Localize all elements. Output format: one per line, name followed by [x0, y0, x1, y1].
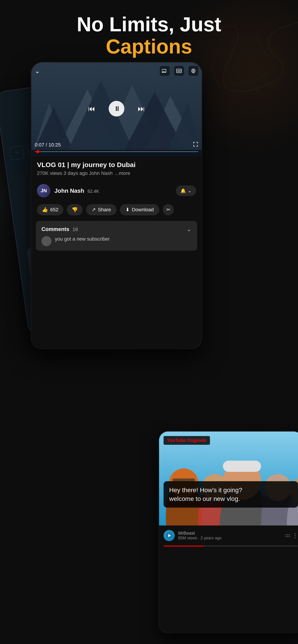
video-time: 0:07 / 10:25 [35, 142, 61, 148]
video-top-bar: ⌄ [35, 66, 198, 76]
more-link[interactable]: ...more [115, 170, 130, 176]
channel-avatar[interactable]: JN [37, 184, 50, 198]
comment-row: you got a new subscriber [42, 236, 192, 246]
download-icon: ⬇ [125, 207, 129, 213]
svg-point-16 [193, 70, 194, 72]
comment-text: you got a new subscriber [55, 236, 110, 242]
caption-line2: welcome to our new vlog. [169, 494, 292, 503]
notify-button[interactable]: 🔔 ⌄ [176, 185, 196, 196]
video-bottom-bar: 0:07 / 10:25 [35, 142, 198, 153]
front-channel-info: MrBeast 85M views · 2 years ago [178, 531, 282, 540]
like-count: 652 [50, 207, 59, 213]
main-phone: ⌄ [31, 62, 202, 349]
header-section: No Limits, Just Captions [0, 14, 298, 58]
like-button[interactable]: 👍 652 [37, 204, 63, 215]
bell-icon: 🔔 [180, 188, 186, 194]
channel-row: JN John Nash 62.4K 🔔 ⌄ [31, 181, 202, 201]
front-progress-fill [164, 546, 204, 546]
video-player: ⌄ [31, 62, 202, 156]
comments-title-group: Comments 18 [42, 226, 78, 232]
comments-expand-icon[interactable]: ⌄ [186, 226, 192, 233]
scissors-icon: ✂ [166, 207, 170, 213]
comments-section: Comments 18 ⌄ you got a new subscriber [36, 221, 197, 251]
settings-icon[interactable] [188, 66, 198, 76]
video-progress-bar[interactable] [35, 151, 198, 152]
share-button[interactable]: ↗ Share [86, 204, 117, 215]
video-controls: ⌄ [31, 62, 202, 156]
draw-icon-1: ✎ [9, 145, 25, 160]
cast-icon[interactable] [160, 66, 170, 76]
front-channel-avatar[interactable] [164, 530, 175, 541]
subscribe-area: 🔔 ⌄ [176, 185, 196, 196]
thumbs-down-icon: 👎 [72, 207, 78, 212]
yt-originals-badge: YouTube Originals [164, 436, 210, 445]
comments-count: 18 [72, 226, 78, 232]
comments-title: Comments [42, 226, 69, 232]
video-title: VLOG 01 | my journey to Dubai [37, 161, 196, 168]
svg-rect-15 [177, 71, 181, 72]
progress-fill [35, 151, 36, 152]
dislike-button[interactable]: 👎 [67, 204, 83, 215]
front-video-meta: 85M views · 2 years ago [178, 536, 282, 540]
front-video-info: MrBeast 85M views · 2 years ago ⋮ [159, 526, 298, 544]
download-button[interactable]: ⬇ Download [120, 204, 159, 215]
channel-subs: 62.4K [87, 189, 99, 194]
header-line1: No Limits, Just [0, 14, 298, 36]
skip-forward-button[interactable]: ⏭ [138, 105, 145, 113]
svg-rect-12 [177, 69, 182, 73]
more-options-button[interactable]: ✂ [163, 204, 174, 215]
video-top-icons [160, 66, 198, 76]
front-channel-row: MrBeast 85M views · 2 years ago ⋮ [164, 530, 298, 541]
phones-container: ✎ □ ◎ ⊞ △ ♬ ☁ ✦ ⬡ ◈ ⌘ ⊛ Hello 10:02 PM ✓… [0, 62, 298, 644]
channel-name[interactable]: John Nash [54, 188, 84, 194]
svg-rect-26 [223, 461, 261, 472]
comments-header: Comments 18 ⌄ [42, 226, 192, 233]
download-label: Download [132, 207, 154, 213]
svg-rect-13 [177, 70, 179, 71]
share-icon: ↗ [92, 207, 96, 213]
svg-rect-14 [179, 70, 181, 71]
more-options-icon[interactable]: ⋮ [292, 532, 298, 539]
header-line2: Captions [0, 36, 298, 58]
grid-dots-icon [285, 534, 290, 537]
yt-thumbnail: YouTube Originals Hey there! How's it go… [159, 432, 298, 526]
channel-name-group: John Nash 62.4K [54, 188, 99, 194]
caption-line1: Hey there! How's it going? [169, 486, 292, 494]
comment-avatar [42, 236, 52, 246]
front-channel-name[interactable]: MrBeast [178, 531, 282, 536]
skip-back-button[interactable]: ⏮ [88, 105, 95, 113]
video-info-section: VLOG 01 | my journey to Dubai 270K views… [31, 156, 202, 181]
video-center-controls: ⏮ ⏸ ⏭ [35, 101, 198, 116]
front-progress-bar [164, 546, 298, 546]
progress-dot [36, 150, 39, 153]
thumbs-up-icon: 👍 [42, 207, 48, 213]
pause-button[interactable]: ⏸ [109, 101, 124, 116]
chevron-icon: ⌄ [188, 188, 192, 194]
pause-icon: ⏸ [114, 105, 120, 112]
caption-overlay: Hey there! How's it going? welcome to ou… [164, 481, 298, 508]
video-meta: 270K views 3 days ago John Nash [37, 170, 113, 176]
chevron-down-icon[interactable]: ⌄ [35, 67, 40, 75]
channel-info: JN John Nash 62.4K [37, 184, 99, 198]
share-label: Share [98, 207, 111, 213]
fullscreen-button[interactable] [193, 142, 198, 148]
captions-icon[interactable] [174, 66, 184, 76]
front-phone: YouTube Originals Hey there! How's it go… [159, 432, 298, 633]
action-buttons-row: 👍 652 👎 ↗ Share ⬇ Download ✂ [31, 201, 202, 219]
